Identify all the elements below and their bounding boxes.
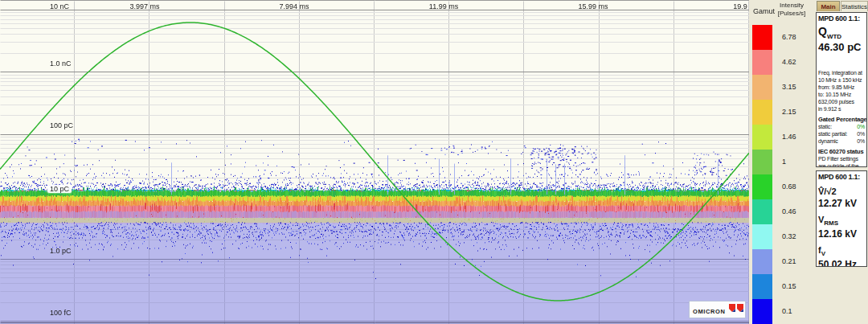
y-axis-tick-label: 1.0 nC	[50, 59, 72, 68]
gated-row-value: 0%	[857, 137, 865, 145]
y-axis-tick-label: 10 pC	[47, 185, 72, 193]
pd-intensity-plot-canvas[interactable]	[0, 0, 749, 324]
omicron-logo-text: OMICRON	[693, 308, 725, 315]
omicron-logo: OMICRON	[689, 301, 746, 318]
qwtd-symbol: QWTD	[818, 25, 865, 40]
gamut-segment-label: 4.62	[782, 58, 796, 66]
voltage-value: 12.16 kV	[818, 228, 865, 240]
voltage-symbol: V̂/√2	[818, 187, 865, 196]
tab-statistics[interactable]: Statistics	[841, 1, 868, 11]
gamut-segment	[752, 274, 772, 299]
iec-status-title: IEC 60270 status	[818, 148, 865, 155]
mpd-measurement-window: 10 nC1.0 nC100 pC10 pC1.0 pC100 fC3.997 …	[0, 0, 868, 324]
gamut-segment-label: 6.78	[782, 33, 796, 41]
x-axis-tick-label: 19.9	[733, 2, 747, 10]
x-axis-tick-label: 7.994 ms	[279, 2, 309, 10]
gamut-segment-label: 0.21	[782, 257, 796, 265]
gated-row-label: dynamic	[818, 137, 838, 145]
freq-info-line: Freq. integration at	[818, 69, 865, 76]
gamut-segment	[752, 249, 772, 274]
intensity-axis-label: Intensity [Pulses/s]	[770, 2, 813, 17]
freq-info-line: in 9.912 s	[818, 105, 865, 113]
gamut-segment	[752, 75, 772, 100]
voltage-value: 50.02 Hz	[818, 259, 865, 267]
gamut-segment	[752, 50, 772, 75]
qwtd-value: 46.30 pC	[818, 41, 865, 53]
voltage-rows: V̂/√212.27 kVVRMS12.16 kVfV50.02 Hz	[818, 187, 865, 267]
gamut-segment-label: 0.68	[782, 183, 796, 191]
freq-integration-info: Freq. integration at10 MHz ± 150 kHzfrom…	[818, 69, 865, 113]
gamut-segment-label: 0.46	[782, 207, 796, 215]
gated-row: dynamic0%	[818, 137, 865, 145]
gamut-segment-label: 0.1	[782, 307, 792, 315]
measurement-panel-voltage: MPD 600 1.1: V̂/√212.27 kVVRMS12.16 kVfV…	[816, 170, 867, 267]
gated-row-value: 0%	[857, 130, 865, 137]
measurement-panel-charge: MPD 600 1.1: QWTD 46.30 pC Freq. integra…	[816, 12, 867, 167]
gated-row: static partial:0%	[818, 130, 865, 137]
gamut-segment	[752, 25, 772, 50]
gamut-segment	[752, 299, 772, 324]
freq-info-line: from: 9.85 MHz	[818, 84, 865, 91]
gated-row-label: static partial:	[818, 130, 847, 137]
y-axis-tick-label: 100 pC	[50, 121, 73, 129]
gamut-segment-label: 1.46	[782, 133, 796, 141]
voltage-symbol: fV	[818, 245, 865, 257]
device-title: MPD 600 1.1:	[818, 14, 865, 23]
y-axis-tick-label: 1.0 pC	[50, 247, 72, 255]
gamut-segment	[752, 150, 772, 174]
y-axis-tick-label: 10 nC	[50, 2, 69, 10]
voltage-symbol: VRMS	[818, 215, 865, 227]
freq-info-line: 632,009 pulses	[818, 98, 865, 105]
freq-info-line: to: 10.15 MHz	[818, 91, 865, 98]
gated-row-value: 0%	[857, 123, 865, 130]
gated-row-label: static:	[818, 123, 832, 130]
y-axis-tick-label: 100 fC	[50, 309, 72, 317]
gated-percentage-rows: static:0%static partial:0%dynamic0%	[818, 123, 865, 145]
gamut-segment-label: 0.32	[782, 232, 796, 240]
omicron-logo-icon	[729, 302, 744, 317]
x-axis-tick-label: 11.99 ms	[429, 2, 458, 10]
gamut-segment	[752, 224, 772, 249]
gamut-segment	[752, 100, 772, 125]
gamut-segment-label: 2.15	[782, 108, 796, 116]
gated-percentage-title: Gated Percentage	[818, 116, 865, 123]
gamut-segment-label: 3.15	[782, 83, 796, 91]
voltage-value: 12.27 kV	[818, 198, 865, 209]
device-title-2: MPD 600 1.1:	[818, 173, 865, 181]
gamut-segment-label: 1	[782, 158, 786, 166]
x-axis-tick-label: 15.99 ms	[578, 2, 608, 10]
gamut-segment	[752, 125, 772, 150]
x-axis-tick-label: 3.997 ms	[129, 2, 159, 10]
gamut-segment	[752, 174, 772, 199]
tab-main[interactable]: Main	[817, 1, 840, 11]
iec-status-text: PD Filter settings are outside of the re…	[818, 155, 865, 167]
gated-row: static:0%	[818, 123, 865, 130]
gamut-colorbar	[752, 25, 772, 324]
gamut-segment-label: 0.15	[782, 282, 796, 290]
gamut-segment	[752, 199, 772, 224]
freq-info-line: 10 MHz ± 150 kHz	[818, 76, 865, 84]
